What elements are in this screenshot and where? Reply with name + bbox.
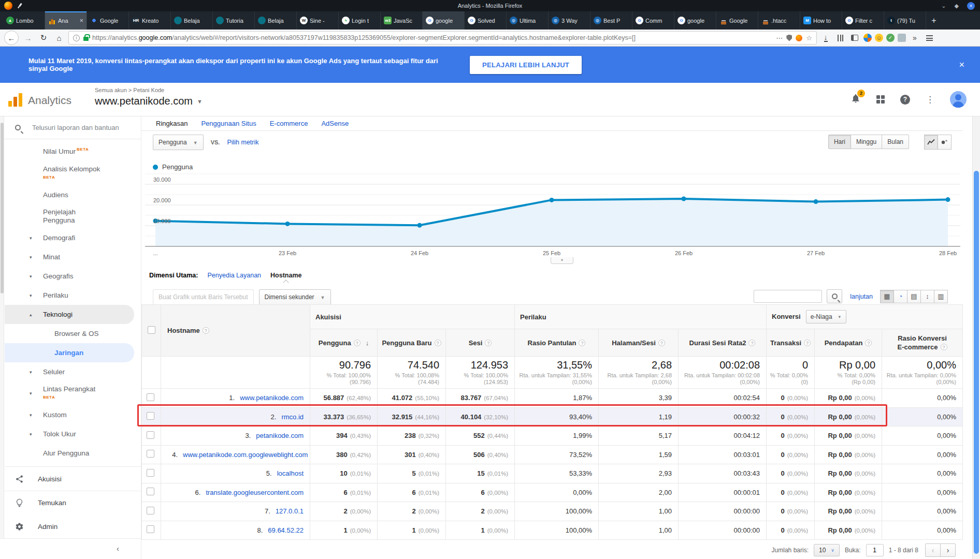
sidebar-item-nilai-umur[interactable]: Nilai UmurBETA	[5, 142, 141, 161]
sidebar-item-alur-pengguna[interactable]: Alur Pengguna	[5, 444, 141, 463]
sidebar-item-geografis[interactable]: ▾Geografis	[5, 267, 141, 286]
breadcrumb[interactable]: Semua akun > Petani Kode	[95, 87, 164, 93]
sidebar-item-penjelajah-pengguna[interactable]: Penjelajah Pengguna	[5, 204, 141, 228]
browser-tab-tutoria[interactable]: Tutoria	[213, 11, 255, 30]
maximize-button[interactable]: ◆	[955, 3, 959, 9]
column-header-pengguna-baru[interactable]: Pengguna Baru?	[378, 329, 446, 357]
traffic-chart[interactable]: 10.00020.00030.000	[144, 171, 962, 249]
granularity-hari[interactable]: Hari	[828, 135, 851, 149]
browser-tab-comm[interactable]: GComm	[632, 11, 674, 30]
row-checkbox[interactable]	[147, 412, 154, 420]
browser-tab-javasc[interactable]: w3JavaSc	[381, 11, 423, 30]
advanced-link[interactable]: lanjutan	[850, 293, 873, 300]
browser-tab-best-p[interactable]: ◎Best P	[590, 11, 632, 30]
extension-idm-icon[interactable]	[863, 34, 872, 42]
browser-tab-how-to[interactable]: MHow to	[800, 11, 842, 30]
hostname-link[interactable]: www.petanikode.com	[240, 394, 304, 402]
sidebar-item-teknologi[interactable]: ▴Teknologi	[5, 305, 134, 324]
data-point[interactable]	[814, 199, 818, 204]
pivot-view-icon[interactable]: ▥	[934, 290, 948, 303]
select-all-checkbox[interactable]	[148, 326, 155, 334]
help-icon[interactable]: ?	[748, 340, 755, 346]
data-point[interactable]	[417, 223, 422, 228]
browser-tab-ana[interactable]: Ana×	[45, 11, 87, 30]
conversion-type-dropdown[interactable]: e-Niaga▼	[806, 310, 846, 323]
browser-tab-kreato[interactable]: HRKreato	[129, 11, 171, 30]
tab-e-commerce[interactable]: E-commerce	[270, 120, 308, 127]
row-checkbox[interactable]	[147, 450, 154, 458]
browser-tab-google[interactable]: Google	[87, 11, 129, 30]
sort-descending-icon[interactable]: ↓	[366, 339, 369, 347]
sidebar-item-analisis-kelompok[interactable]: Analisis KelompokBETA	[5, 161, 141, 185]
collapse-sidebar-icon[interactable]: ‹	[117, 544, 119, 553]
help-icon[interactable]: ?	[804, 340, 811, 346]
page-scrollbar[interactable]	[972, 116, 980, 559]
hostname-link[interactable]: 127.0.0.1	[276, 507, 304, 515]
help-icon[interactable]: ?	[900, 95, 910, 105]
performance-view-icon[interactable]: ▤	[907, 290, 921, 303]
line-chart-button[interactable]	[924, 135, 938, 150]
metric-dropdown[interactable]: Pengguna▼	[153, 135, 204, 150]
column-header-rasio-pantulan[interactable]: Rasio Pantulan?	[515, 329, 599, 357]
extension-green-icon[interactable]: ✓	[886, 34, 895, 42]
bookmark-star-icon[interactable]: ☆	[806, 34, 812, 42]
browser-tab-belaja[interactable]: Belaja	[171, 11, 213, 30]
browser-tab-login-t[interactable]: ϟLogin t	[339, 11, 381, 30]
granularity-bulan[interactable]: Bulan	[882, 135, 909, 149]
secondary-dimension-button[interactable]: Dimensi sekunder▼	[259, 289, 331, 305]
property-selector[interactable]: www.petanikode.com ▼	[95, 95, 203, 107]
kebab-menu-icon[interactable]: ⋮	[926, 94, 934, 105]
browser-tab-google[interactable]: Ggoogle	[674, 11, 716, 30]
dimension-link-penyedia-layanan[interactable]: Penyedia Layanan	[207, 272, 261, 279]
notifications-bell-icon[interactable]: 2	[851, 93, 861, 106]
tab-close-icon[interactable]: ×	[79, 18, 83, 23]
help-icon[interactable]: ?	[354, 340, 361, 346]
library-icon[interactable]	[834, 32, 846, 44]
menu-icon[interactable]	[924, 32, 935, 44]
browser-tab-htacc[interactable]: .htacc	[758, 11, 800, 30]
help-icon[interactable]: ?	[658, 340, 665, 346]
column-header-pendapatan[interactable]: Pendapatan?	[815, 329, 882, 357]
extension-smiley-icon[interactable]: ☺	[875, 34, 883, 42]
new-tab-button[interactable]: +	[926, 11, 942, 30]
browser-tab-3-way[interactable]: ◎3 Way	[549, 11, 590, 30]
plot-rows-button[interactable]: Buat Grafik untuk Baris Tersebut	[153, 289, 254, 305]
apps-grid-icon[interactable]	[876, 95, 885, 104]
browser-tab-lombo[interactable]: ▲Lombo	[3, 11, 45, 30]
browser-tab-ultima[interactable]: ◎Ultima	[507, 11, 549, 30]
sidebar-item-browser-os[interactable]: Browser & OS	[5, 324, 141, 343]
tab-adsense[interactable]: AdSense	[321, 120, 349, 127]
hostname-link[interactable]: petanikode.com	[256, 432, 304, 439]
browser-tab-79-tu[interactable]: t(79) Tu	[884, 11, 926, 30]
column-header-halaman-sesi[interactable]: Halaman/Sesi?	[599, 329, 679, 357]
browser-tab-solved[interactable]: GSolved	[465, 11, 507, 30]
column-header-hostname[interactable]: Hostname?	[161, 305, 310, 357]
close-button[interactable]: ×	[967, 2, 975, 10]
learn-more-button[interactable]: PELAJARI LEBIH LANJUT	[470, 56, 582, 74]
table-search-button[interactable]	[827, 289, 842, 303]
sidebar-item-admin[interactable]: Admin	[5, 514, 141, 538]
data-point[interactable]	[682, 197, 686, 201]
page-info-icon[interactable]: i	[73, 35, 80, 41]
extension-grey-icon[interactable]	[898, 34, 906, 42]
help-icon[interactable]: ?	[435, 340, 441, 346]
comparison-view-icon[interactable]: ↕	[920, 290, 934, 303]
downloads-icon[interactable]: ↓	[820, 32, 831, 44]
back-button[interactable]: ←	[4, 31, 19, 45]
overflow-chevron-icon[interactable]: »	[909, 32, 920, 44]
sidebar-item-lintas-perangkat[interactable]: ▾Lintas PerangkatBETA	[5, 381, 141, 405]
chart-expand-tab[interactable]: ▼	[551, 257, 573, 264]
column-header-pengguna[interactable]: Pengguna?↓	[310, 329, 378, 357]
rows-per-page-select[interactable]: 10∨	[814, 544, 840, 556]
sidebar-search[interactable]: Telusuri laporan dan bantuan	[5, 116, 141, 139]
next-page-button[interactable]: ›	[940, 543, 956, 557]
browser-tab-filter-c[interactable]: GFilter c	[842, 11, 884, 30]
page-actions-icon[interactable]: ⋯	[776, 34, 783, 42]
granularity-minggu[interactable]: Minggu	[851, 135, 882, 149]
hostname-link[interactable]: www.petanikode.com.googleweblight.com	[183, 451, 308, 459]
sidebar-item-temukan[interactable]: Temukan	[5, 491, 141, 514]
data-point[interactable]	[946, 197, 950, 202]
hostname-link[interactable]: rmco.id	[281, 413, 304, 421]
column-header-transaksi[interactable]: Transaksi?	[767, 329, 815, 357]
sidebar-item-minat[interactable]: ▾Minat	[5, 247, 141, 267]
